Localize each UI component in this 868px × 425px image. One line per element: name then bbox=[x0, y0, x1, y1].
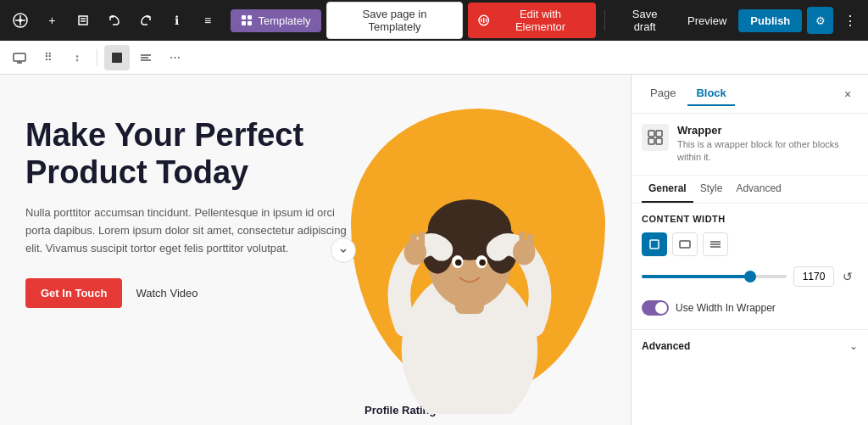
panel-header: Page Block × bbox=[632, 75, 868, 114]
svg-rect-27 bbox=[648, 138, 654, 144]
tools-button[interactable] bbox=[70, 7, 97, 34]
slider-reset-button[interactable]: ↺ bbox=[837, 266, 858, 287]
hero-buttons: Get In Touch Watch Video bbox=[25, 278, 348, 308]
svg-rect-2 bbox=[242, 15, 246, 20]
page-content: Make Your Perfect Product Today Nulla po… bbox=[0, 75, 631, 425]
svg-point-1 bbox=[19, 19, 22, 22]
svg-point-17 bbox=[455, 260, 462, 266]
publish-button[interactable]: Publish bbox=[738, 9, 802, 32]
info-button[interactable]: ℹ bbox=[164, 7, 190, 34]
slider-value-group: ↺ bbox=[793, 266, 858, 287]
toggle-knob bbox=[655, 302, 667, 314]
block-icon bbox=[642, 124, 669, 151]
align-left-button[interactable] bbox=[133, 45, 159, 70]
watch-video-button[interactable]: Watch Video bbox=[136, 287, 198, 299]
use-width-label: Use Width In Wrapper bbox=[676, 302, 776, 314]
tab-style[interactable]: Style bbox=[693, 176, 730, 203]
add-block-button[interactable]: + bbox=[39, 7, 65, 34]
block-header: Wrapper This is a wrapper block for othe… bbox=[642, 124, 858, 165]
wp-logo[interactable] bbox=[7, 7, 34, 34]
svg-rect-21 bbox=[410, 234, 417, 250]
svg-rect-23 bbox=[520, 232, 526, 249]
edit-elementor-button[interactable]: Edit with Elementor bbox=[468, 3, 596, 38]
block-details: Wrapper This is a wrapper block for othe… bbox=[677, 124, 858, 165]
hero-subtitle: Nulla porttitor accumsan tincidunt. Pell… bbox=[25, 204, 348, 257]
svg-rect-25 bbox=[648, 131, 654, 137]
svg-rect-4 bbox=[242, 21, 246, 25]
width-wide-button[interactable] bbox=[672, 232, 698, 256]
width-boxed-button[interactable] bbox=[642, 232, 667, 256]
device-view-button[interactable] bbox=[7, 45, 32, 70]
width-slider-track[interactable] bbox=[642, 275, 787, 278]
panel-close-button[interactable]: × bbox=[837, 84, 858, 104]
person-image bbox=[351, 109, 588, 414]
svg-rect-29 bbox=[650, 240, 659, 249]
svg-rect-24 bbox=[527, 234, 534, 250]
more-options-button[interactable]: ⋮ bbox=[838, 8, 861, 32]
use-width-toggle[interactable] bbox=[642, 300, 669, 316]
width-icon-group bbox=[642, 232, 858, 256]
right-panel: Page Block × Wrapper This is a wrapper b… bbox=[631, 75, 868, 425]
svg-rect-28 bbox=[656, 138, 662, 144]
get-in-touch-button[interactable]: Get In Touch bbox=[25, 278, 122, 308]
slider-thumb[interactable] bbox=[744, 271, 756, 282]
svg-rect-8 bbox=[112, 53, 122, 63]
dots-grid-button[interactable]: ⠿ bbox=[36, 45, 61, 70]
block-description: This is a wrapper block for other blocks… bbox=[677, 138, 858, 165]
width-slider-row: ↺ bbox=[642, 266, 858, 287]
svg-rect-26 bbox=[656, 131, 662, 137]
hero-title: Make Your Perfect Product Today bbox=[25, 117, 348, 191]
hero-text-block: Make Your Perfect Product Today Nulla po… bbox=[25, 109, 348, 316]
canvas: Make Your Perfect Product Today Nulla po… bbox=[0, 75, 631, 425]
svg-rect-7 bbox=[14, 53, 25, 61]
advanced-section: Advanced ⌄ bbox=[632, 329, 868, 362]
advanced-title: Advanced bbox=[642, 340, 690, 352]
svg-rect-5 bbox=[248, 21, 252, 25]
svg-point-18 bbox=[479, 260, 486, 266]
content-width-label: Content Width bbox=[642, 214, 858, 224]
redo-button[interactable] bbox=[132, 7, 159, 34]
scroll-arrow-button[interactable] bbox=[331, 238, 356, 263]
block-info-section: Wrapper This is a wrapper block for othe… bbox=[632, 114, 868, 176]
arrows-button[interactable]: ↕ bbox=[64, 45, 90, 70]
width-value-input[interactable] bbox=[793, 266, 834, 287]
hero-image-area bbox=[317, 92, 605, 414]
chevron-down-icon: ⌄ bbox=[849, 340, 858, 352]
settings-button[interactable]: ⚙ bbox=[807, 7, 833, 34]
save-draft-button[interactable]: Save draft bbox=[614, 3, 676, 38]
hero-section: Make Your Perfect Product Today Nulla po… bbox=[0, 75, 631, 425]
top-toolbar: + ℹ ≡ Templately Save page in Templately… bbox=[0, 0, 868, 41]
svg-rect-30 bbox=[680, 241, 690, 248]
secondary-toolbar: ⠿ ↕ ⋯ bbox=[0, 41, 868, 75]
undo-button[interactable] bbox=[101, 7, 127, 34]
block-name-label: Wrapper bbox=[677, 124, 858, 137]
templately-button[interactable]: Templately bbox=[231, 9, 320, 32]
list-button[interactable]: ≡ bbox=[195, 7, 221, 34]
slider-fill bbox=[642, 275, 750, 278]
svg-rect-22 bbox=[419, 232, 426, 249]
preview-button[interactable]: Preview bbox=[681, 9, 733, 32]
save-page-templately-button[interactable]: Save page in Templately bbox=[326, 2, 464, 39]
panel-inner-tabs: General Style Advanced bbox=[632, 176, 868, 204]
page-tab[interactable]: Page bbox=[642, 81, 684, 106]
use-width-toggle-row: Use Width In Wrapper bbox=[642, 297, 858, 319]
width-full-button[interactable] bbox=[703, 232, 728, 256]
content-width-section: Content Width bbox=[632, 204, 868, 329]
tab-general[interactable]: General bbox=[642, 176, 693, 203]
advanced-header[interactable]: Advanced ⌄ bbox=[642, 340, 858, 352]
square-button[interactable] bbox=[104, 45, 130, 70]
svg-rect-3 bbox=[248, 15, 252, 20]
more-block-options-button[interactable]: ⋯ bbox=[162, 45, 187, 70]
block-tab[interactable]: Block bbox=[687, 81, 734, 106]
main-area: Make Your Perfect Product Today Nulla po… bbox=[0, 75, 868, 425]
tab-advanced[interactable]: Advanced bbox=[729, 176, 787, 203]
